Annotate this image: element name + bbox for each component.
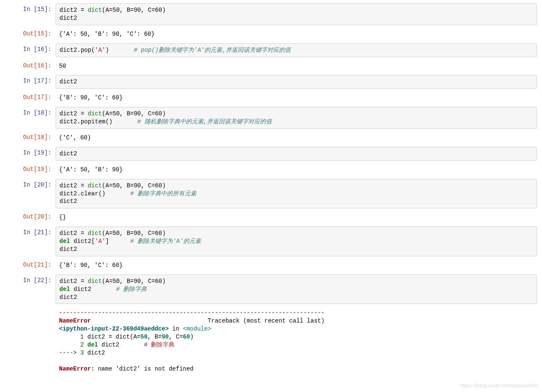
in-prompt: In [17]: (5, 75, 56, 89)
output-cell: Out[16]:50 (5, 60, 537, 73)
in-prompt: In [22]: (5, 275, 56, 304)
output-cell: Out[19]:{'A': 50, 'B': 90} (5, 163, 537, 176)
traceback-cell: ----------------------------------------… (5, 307, 537, 375)
output-text: {'B': 90, 'C': 60} (56, 259, 537, 272)
output-text: ('C', 60) (56, 131, 537, 144)
output-text: {} (56, 211, 537, 224)
code-area[interactable]: dict2 (56, 75, 537, 89)
out-prompt: Out[16]: (5, 60, 56, 73)
out-prompt: Out[21]: (5, 259, 56, 272)
input-cell: In [22]:dict2 = dict(A=50, B=90, C=60) d… (5, 275, 537, 304)
output-text: 50 (56, 60, 537, 73)
input-cell: In [19]:dict2 (5, 147, 537, 161)
watermark-text: https://blog.csdn.net/xiaoyezhiei (460, 382, 538, 387)
out-prompt: Out[18]: (5, 131, 56, 144)
input-cell: In [18]:dict2 = dict(A=50, B=90, C=60) d… (5, 107, 537, 129)
in-prompt: In [15]: (5, 3, 56, 25)
in-prompt: In [18]: (5, 107, 56, 129)
output-cell: Out[21]:{'B': 90, 'C': 60} (5, 259, 537, 272)
code-area[interactable]: dict2 (56, 147, 537, 161)
empty-prompt (5, 307, 56, 375)
out-prompt: Out[20]: (5, 211, 56, 224)
input-cell: In [16]:dict2.pop('A') # pop()删除关键字为'A'的… (5, 43, 537, 57)
in-prompt: In [21]: (5, 227, 56, 256)
output-cell: Out[15]:{'A': 50, 'B': 90, 'C': 60} (5, 28, 537, 41)
input-cell: In [15]:dict2 = dict(A=50, B=90, C=60) d… (5, 3, 537, 25)
code-area[interactable]: dict2 = dict(A=50, B=90, C=60) dict2 (56, 3, 537, 25)
in-prompt: In [19]: (5, 147, 56, 161)
code-area[interactable]: dict2 = dict(A=50, B=90, C=60) dict2.cle… (56, 179, 537, 209)
output-cell: Out[17]:{'B': 90, 'C': 60} (5, 91, 537, 104)
notebook-container: In [15]:dict2 = dict(A=50, B=90, C=60) d… (0, 0, 542, 387)
code-area[interactable]: dict2 = dict(A=50, B=90, C=60) dict2.pop… (56, 107, 537, 129)
input-cell: In [17]:dict2 (5, 75, 537, 89)
out-prompt: Out[15]: (5, 28, 56, 41)
traceback-output: ----------------------------------------… (56, 307, 537, 375)
output-text: {'A': 50, 'B': 90, 'C': 60} (56, 28, 537, 41)
out-prompt: Out[19]: (5, 163, 56, 176)
code-area[interactable]: dict2 = dict(A=50, B=90, C=60) del dict2… (56, 275, 537, 304)
input-cell: In [20]:dict2 = dict(A=50, B=90, C=60) d… (5, 179, 537, 209)
output-cell: Out[18]:('C', 60) (5, 131, 537, 144)
input-cell: In [21]:dict2 = dict(A=50, B=90, C=60) d… (5, 227, 537, 256)
output-text: {'A': 50, 'B': 90} (56, 163, 537, 176)
output-text: {'B': 90, 'C': 60} (56, 91, 537, 104)
in-prompt: In [20]: (5, 179, 56, 209)
in-prompt: In [16]: (5, 43, 56, 57)
code-area[interactable]: dict2.pop('A') # pop()删除关键字为'A'的元素,并返回该关… (56, 43, 537, 57)
output-cell: Out[20]:{} (5, 211, 537, 224)
out-prompt: Out[17]: (5, 91, 56, 104)
code-area[interactable]: dict2 = dict(A=50, B=90, C=60) del dict2… (56, 227, 537, 256)
